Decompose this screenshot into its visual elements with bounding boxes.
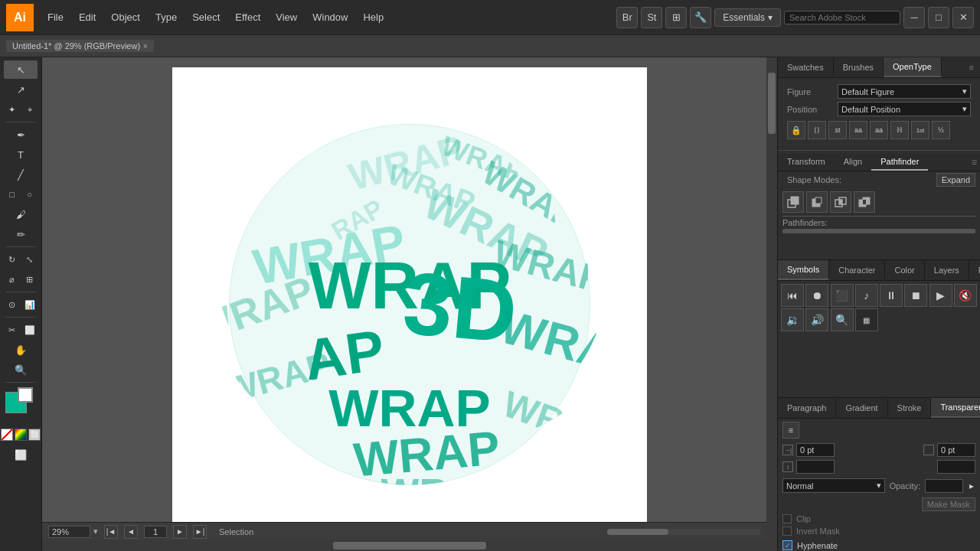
- ot-icon-ligature[interactable]: ⟨⟩: [808, 121, 826, 139]
- symbol-record[interactable]: ⏺: [805, 284, 828, 307]
- eraser-tool[interactable]: ⬜: [21, 321, 38, 339]
- ot-icon-st[interactable]: st: [828, 121, 847, 139]
- symbol-rewind[interactable]: ⏮: [781, 284, 804, 307]
- vertical-scrollbar[interactable]: [766, 57, 777, 540]
- opacity-input[interactable]: 100%: [925, 479, 963, 493]
- expand-button[interactable]: Expand: [936, 173, 975, 187]
- document-tab[interactable]: Untitled-1* @ 29% (RGB/Preview) ×: [6, 40, 154, 52]
- maximize-button[interactable]: □: [928, 7, 949, 28]
- symbol-play[interactable]: ▶: [929, 284, 952, 307]
- horizontal-scrollbar[interactable]: [42, 540, 777, 551]
- direct-selection-tool[interactable]: ↗: [4, 80, 38, 99]
- tab-pathfinder[interactable]: Pathfinder: [871, 154, 928, 171]
- rotate-tool[interactable]: ↻: [4, 250, 21, 269]
- paintbrush-tool[interactable]: 🖌: [4, 205, 38, 223]
- zoom-tool[interactable]: 🔍: [4, 360, 38, 379]
- ot-icon-capital[interactable]: ℍ: [890, 121, 909, 139]
- ot-icon-lock[interactable]: 🔒: [787, 121, 805, 139]
- figure-dropdown[interactable]: Default Figure ▾: [838, 84, 971, 99]
- para-input2[interactable]: [937, 443, 975, 457]
- make-mask-button[interactable]: Make Mask: [922, 497, 975, 511]
- symbol-music[interactable]: ♪: [855, 284, 878, 307]
- menu-select[interactable]: Select: [185, 8, 227, 26]
- menu-window[interactable]: Window: [305, 8, 355, 26]
- ot-icon-ordinal[interactable]: 1st: [911, 121, 929, 139]
- color-icon[interactable]: [15, 429, 27, 441]
- ellipse-tool[interactable]: ○: [21, 185, 38, 204]
- selection-tool[interactable]: ↖: [4, 60, 38, 79]
- panel-top-collapse[interactable]: ≡: [963, 60, 980, 75]
- tab-color[interactable]: Color: [885, 261, 924, 279]
- tab-transparency[interactable]: Transparency: [931, 398, 980, 418]
- free-transform-tool[interactable]: ⊞: [21, 270, 38, 289]
- menu-file[interactable]: File: [40, 8, 71, 26]
- ot-icon-aa[interactable]: aa: [849, 121, 867, 139]
- type-tool[interactable]: T: [4, 145, 38, 164]
- hand-tool[interactable]: ✋: [4, 341, 38, 359]
- position-dropdown[interactable]: Default Position ▾: [838, 102, 971, 116]
- minimize-button[interactable]: ─: [903, 7, 925, 28]
- opacity-expand-btn[interactable]: ▸: [968, 479, 975, 493]
- symbol-mute[interactable]: 🔇: [954, 284, 977, 307]
- tab-symbols[interactable]: Symbols: [778, 260, 829, 280]
- lasso-tool[interactable]: ⌖: [21, 100, 38, 119]
- tab-gradient[interactable]: Gradient: [836, 399, 887, 417]
- pen-tool[interactable]: ✒: [4, 126, 38, 144]
- page-last-btn[interactable]: ►|: [193, 525, 207, 539]
- symbol-search[interactable]: 🔍: [831, 308, 854, 331]
- symbol-sprayer-tool[interactable]: ⊙: [4, 295, 21, 314]
- para-indent-input[interactable]: [796, 443, 835, 457]
- add-shape-btn[interactable]: [782, 191, 804, 213]
- menu-effect[interactable]: Effect: [227, 8, 268, 26]
- tab-paragraph[interactable]: Paragraph: [778, 399, 836, 417]
- scale-tool[interactable]: ⤡: [21, 250, 38, 269]
- page-first-btn[interactable]: |◄: [104, 525, 118, 539]
- pencil-tool[interactable]: ✏: [4, 225, 38, 243]
- menu-object[interactable]: Object: [103, 8, 148, 26]
- menu-help[interactable]: Help: [355, 8, 391, 26]
- br-button[interactable]: Br: [616, 7, 638, 28]
- tab-swatches[interactable]: Swatches: [778, 58, 834, 77]
- page-number-input[interactable]: [144, 526, 167, 538]
- tab-brushes[interactable]: Brushes: [834, 58, 884, 77]
- hyphenate-checkbox[interactable]: ✓: [782, 540, 792, 550]
- tab-character[interactable]: Character: [829, 261, 885, 279]
- blend-mode-dropdown[interactable]: Normal ▾: [782, 478, 885, 493]
- symbol-stop[interactable]: ⏹: [904, 284, 927, 307]
- warp-tool[interactable]: ⌀: [4, 270, 21, 289]
- close-button[interactable]: ✕: [952, 7, 974, 28]
- transform-panel-menu[interactable]: ≡: [969, 154, 980, 171]
- tools-button[interactable]: 🔧: [690, 7, 711, 28]
- intersect-shape-btn[interactable]: [830, 191, 851, 213]
- menu-view[interactable]: View: [268, 8, 305, 26]
- symbol-vol-up[interactable]: 🔊: [805, 308, 828, 331]
- symbol-stop-square[interactable]: ⬛: [831, 284, 854, 307]
- menu-type[interactable]: Type: [148, 8, 185, 26]
- tab-stroke[interactable]: Stroke: [888, 399, 932, 417]
- tab-layers[interactable]: Layers: [925, 261, 969, 279]
- tab-transform[interactable]: Transform: [778, 154, 835, 171]
- rectangle-tool[interactable]: □: [4, 185, 21, 204]
- column-graph-tool[interactable]: 📊: [21, 295, 38, 314]
- page-next-btn[interactable]: ►: [173, 525, 187, 539]
- para-space-after[interactable]: [937, 460, 975, 474]
- symbol-pause[interactable]: ⏸: [880, 284, 903, 307]
- ot-icon-fraction[interactable]: ½: [932, 121, 950, 139]
- symbol-vol-down[interactable]: 🔉: [781, 308, 804, 331]
- stock-search[interactable]: [784, 11, 900, 24]
- subtract-shape-btn[interactable]: [806, 191, 828, 213]
- invert-mask-checkbox[interactable]: [782, 527, 792, 536]
- stroke-color[interactable]: [18, 387, 33, 403]
- magic-wand-tool[interactable]: ✦: [4, 100, 21, 119]
- align-left-btn[interactable]: ≡: [782, 422, 799, 439]
- tab-align[interactable]: Align: [835, 154, 871, 171]
- symbol-text-grid[interactable]: ▦: [855, 308, 878, 331]
- ot-icon-aa2[interactable]: aa: [870, 121, 888, 139]
- essentials-button[interactable]: Essentials ▾: [714, 8, 781, 27]
- canvas-area[interactable]: WRAP WRAP RAP WRAP WRAP WRAP 3D AP WRAP …: [42, 57, 777, 551]
- tab-opentype[interactable]: OpenType: [884, 57, 942, 77]
- zoom-input[interactable]: [48, 526, 90, 538]
- line-tool[interactable]: ╱: [4, 165, 38, 184]
- slice-tool[interactable]: ✂: [4, 321, 21, 339]
- document-tab-close[interactable]: ×: [143, 42, 148, 51]
